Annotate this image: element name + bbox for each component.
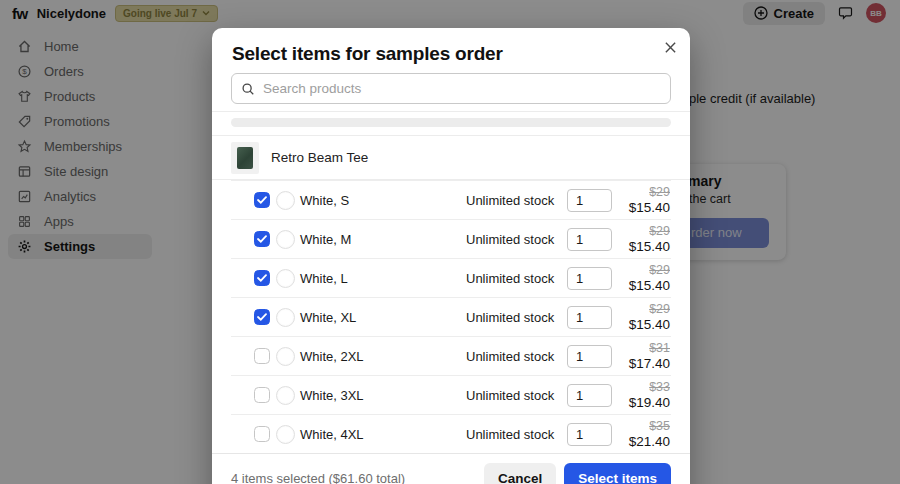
price-block: $29 $15.40 [629,302,670,333]
divider [212,111,690,112]
select-items-modal: Select items for samples order Retro Bea… [212,28,690,484]
variant-row[interactable]: White, XL Unlimited stock $29 $15.40 [231,297,671,336]
variant-checkbox[interactable] [254,387,270,403]
stock-text: Unlimited stock [466,349,554,364]
original-price: $29 [629,302,670,317]
variant-row[interactable]: White, M Unlimited stock $29 $15.40 [231,219,671,258]
quantity-input[interactable] [567,384,612,407]
color-swatch-icon [276,425,295,444]
screen: fw Nicelydone Going live Jul 7 Create BB… [0,0,900,484]
quantity-input[interactable] [567,189,612,212]
price-block: $29 $15.40 [629,263,670,294]
list-skeleton-bar [231,118,671,127]
variant-label: White, 2XL [300,349,364,364]
color-swatch-icon [276,269,295,288]
stock-text: Unlimited stock [466,232,554,247]
color-swatch-icon [276,347,295,366]
price-block: $29 $15.40 [629,185,670,216]
stock-text: Unlimited stock [466,310,554,325]
variant-label: White, M [300,232,351,247]
quantity-input[interactable] [567,345,612,368]
search-input[interactable] [263,81,661,96]
variant-label: White, 4XL [300,427,364,442]
quantity-input[interactable] [567,267,612,290]
original-price: $31 [629,341,670,356]
sample-price: $19.40 [629,395,670,411]
check-icon [257,196,267,204]
search-box [231,73,671,104]
variant-label: White, XL [300,310,356,325]
variant-checkbox[interactable] [254,309,270,325]
sample-price: $17.40 [629,356,670,372]
check-icon [257,235,267,243]
modal-footer: 4 items selected ($61.60 total) Cancel S… [212,454,690,484]
quantity-input[interactable] [567,306,612,329]
variant-row[interactable]: White, S Unlimited stock $29 $15.40 [231,180,671,219]
variant-checkbox[interactable] [254,426,270,442]
variant-row[interactable]: White, 2XL Unlimited stock $31 $17.40 [231,336,671,375]
product-image [237,147,253,169]
close-icon[interactable] [659,36,681,58]
stock-text: Unlimited stock [466,193,554,208]
product-row: Retro Beam Tee [212,136,690,179]
variant-label: White, 3XL [300,388,364,403]
check-icon [257,313,267,321]
color-swatch-icon [276,191,295,210]
sample-price: $15.40 [629,278,670,294]
original-price: $33 [629,380,670,395]
sample-price: $15.40 [629,239,670,255]
color-swatch-icon [276,386,295,405]
variant-checkbox[interactable] [254,231,270,247]
original-price: $29 [629,224,670,239]
original-price: $35 [629,419,670,434]
selection-summary: 4 items selected ($61.60 total) [231,471,405,484]
variant-checkbox[interactable] [254,348,270,364]
stock-text: Unlimited stock [466,388,554,403]
product-name: Retro Beam Tee [271,150,368,165]
variant-checkbox[interactable] [254,192,270,208]
variant-label: White, S [300,193,349,208]
sample-price: $15.40 [629,317,670,333]
variant-list: White, S Unlimited stock $29 $15.40 Whit… [231,180,671,453]
search-icon [241,82,255,96]
variant-checkbox[interactable] [254,270,270,286]
quantity-input[interactable] [567,423,612,446]
variant-label: White, L [300,271,348,286]
variant-row[interactable]: White, L Unlimited stock $29 $15.40 [231,258,671,297]
original-price: $29 [629,263,670,278]
modal-title: Select items for samples order [212,28,690,65]
select-items-button[interactable]: Select items [564,463,671,484]
variant-row[interactable]: White, 3XL Unlimited stock $33 $19.40 [231,375,671,414]
variant-row[interactable]: White, 4XL Unlimited stock $35 $21.40 [231,414,671,453]
color-swatch-icon [276,308,295,327]
stock-text: Unlimited stock [466,427,554,442]
price-block: $31 $17.40 [629,341,670,372]
sample-price: $15.40 [629,200,670,216]
price-block: $29 $15.40 [629,224,670,255]
color-swatch-icon [276,230,295,249]
price-block: $35 $21.40 [629,419,670,450]
check-icon [257,274,267,282]
stock-text: Unlimited stock [466,271,554,286]
price-block: $33 $19.40 [629,380,670,411]
original-price: $29 [629,185,670,200]
product-thumbnail [231,142,259,174]
sample-price: $21.40 [629,434,670,450]
quantity-input[interactable] [567,228,612,251]
cancel-button[interactable]: Cancel [484,463,556,484]
